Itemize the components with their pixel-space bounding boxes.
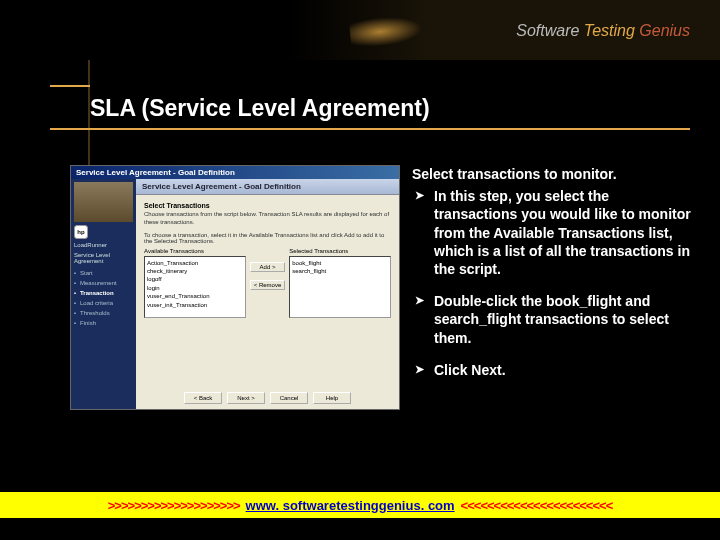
bullet-item: In this step, you select the transaction…	[412, 187, 695, 278]
footer-link[interactable]: www. softwaretestinggenius. com	[246, 498, 455, 513]
brand-word-2: Testing	[584, 22, 635, 39]
sidebar-banner-image	[74, 182, 133, 222]
wizard-step: Thresholds	[74, 308, 133, 318]
selected-transactions-list[interactable]: book_flight search_flight	[289, 256, 391, 318]
back-button[interactable]: < Back	[184, 392, 222, 404]
available-label: Available Transactions	[144, 248, 246, 254]
panel-hint: To choose a transaction, select it in th…	[144, 232, 391, 244]
panel-description: Choose transactions from the script belo…	[144, 211, 391, 227]
brand-logo: Software Testing Genius	[516, 22, 690, 40]
available-transactions-list[interactable]: Action_Transaction check_itinerary logof…	[144, 256, 246, 318]
arrows-right: <<<<<<<<<<<<<<<<<<<<<<<	[461, 498, 613, 513]
selected-label: Selected Transactions	[289, 248, 391, 254]
bullet-item: Click Next.	[412, 361, 695, 379]
wizard-step: Start	[74, 268, 133, 278]
swoosh-graphic	[348, 6, 451, 55]
hp-logo-icon: hp	[74, 225, 88, 239]
instruction-bullets: In this step, you select the transaction…	[412, 187, 695, 379]
list-item[interactable]: login	[147, 284, 243, 292]
wizard-step: Measurement	[74, 278, 133, 288]
list-item[interactable]: vuser_init_Transaction	[147, 301, 243, 309]
bullet-item: Double-click the book_flight and search_…	[412, 292, 695, 347]
wizard-step-active: Transaction	[74, 288, 133, 298]
next-button[interactable]: Next >	[227, 392, 265, 404]
instruction-text: Select transactions to monitor. In this …	[412, 165, 695, 475]
list-item[interactable]: logoff	[147, 275, 243, 283]
slide-footer: >>>>>>>>>>>>>>>>>>>> www. softwaretestin…	[0, 492, 720, 518]
brand-word-1: Software	[516, 22, 579, 39]
remove-button[interactable]: < Remove	[250, 280, 286, 290]
content-area: Service Level Agreement - Goal Definitio…	[70, 165, 695, 475]
panel-subheading: Select Transactions	[144, 202, 391, 209]
slide-header: Software Testing Genius	[0, 0, 720, 60]
wizard-main-panel: Service Level Agreement - Goal Definitio…	[136, 179, 399, 409]
title-accent-top	[50, 85, 90, 87]
list-item[interactable]: check_itinerary	[147, 267, 243, 275]
brand-word-3: Genius	[639, 22, 690, 39]
slide-title: SLA (Service Level Agreement)	[50, 89, 690, 130]
instruction-heading: Select transactions to monitor.	[412, 165, 695, 183]
list-item[interactable]: vuser_end_Transaction	[147, 292, 243, 300]
list-item[interactable]: search_flight	[292, 267, 388, 275]
sidebar-product: LoadRunner	[74, 242, 133, 248]
wizard-step: Finish	[74, 318, 133, 328]
title-region: SLA (Service Level Agreement)	[50, 85, 690, 130]
list-item[interactable]: Action_Transaction	[147, 259, 243, 267]
arrows-left: >>>>>>>>>>>>>>>>>>>>	[108, 498, 240, 513]
help-button[interactable]: Help	[313, 392, 351, 404]
panel-header: Service Level Agreement - Goal Definitio…	[136, 179, 399, 195]
wizard-sidebar: hp LoadRunner Service Level Agreement St…	[71, 179, 136, 409]
wizard-screenshot: Service Level Agreement - Goal Definitio…	[70, 165, 400, 410]
sidebar-section: Service Level Agreement	[74, 252, 133, 264]
wizard-steps-nav: Start Measurement Transaction Load crite…	[74, 268, 133, 328]
list-item[interactable]: book_flight	[292, 259, 388, 267]
wizard-step: Load criteria	[74, 298, 133, 308]
add-button[interactable]: Add >	[250, 262, 286, 272]
window-titlebar: Service Level Agreement - Goal Definitio…	[71, 166, 399, 179]
cancel-button[interactable]: Cancel	[270, 392, 308, 404]
